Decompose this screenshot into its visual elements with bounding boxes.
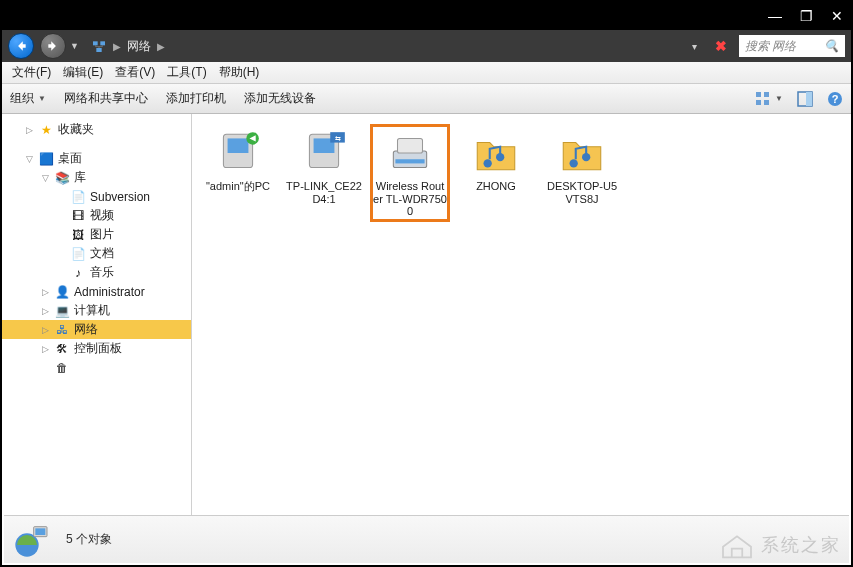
search-placeholder: 搜索 网络 <box>745 38 796 55</box>
device-icon <box>471 128 521 178</box>
expand-icon: ▷ <box>40 325 50 335</box>
svg-rect-2 <box>96 48 101 52</box>
folder-icon: 📄 <box>70 189 86 205</box>
preview-pane-button[interactable] <box>797 91 813 107</box>
sidebar-pictures[interactable]: 🖼 图片 <box>2 225 191 244</box>
organize-button[interactable]: 组织▼ <box>10 90 46 107</box>
minimize-button[interactable]: — <box>768 8 782 24</box>
svg-rect-0 <box>93 41 98 45</box>
control-panel-icon: 🛠 <box>54 341 70 357</box>
sidebar-music[interactable]: ♪ 音乐 <box>2 263 191 282</box>
chevron-down-icon: ▼ <box>775 94 783 103</box>
sidebar-administrator[interactable]: ▷ 👤 Administrator <box>2 282 191 301</box>
svg-rect-27 <box>35 528 45 535</box>
network-item[interactable]: DESKTOP-U5VTS8J <box>542 124 622 222</box>
expand-icon: ▷ <box>40 344 50 354</box>
sidebar-desktop[interactable]: ▽ 🟦 桌面 <box>2 149 191 168</box>
sidebar-network[interactable]: ▷ 🖧 网络 <box>2 320 191 339</box>
network-item[interactable]: ZHONG <box>456 124 536 222</box>
collapse-icon: ▽ <box>24 154 34 164</box>
svg-point-21 <box>484 159 492 167</box>
chevron-down-icon: ▼ <box>38 94 46 103</box>
svg-rect-5 <box>756 100 761 105</box>
menu-tools[interactable]: 工具(T) <box>163 62 210 83</box>
item-label: TP-LINK_CE22D4:1 <box>286 180 362 205</box>
network-item[interactable]: "admin"的PC <box>198 124 278 222</box>
title-bar: — ❐ ✕ <box>2 2 851 30</box>
sidebar-recycle-bin[interactable]: 🗑 <box>2 358 191 377</box>
network-item[interactable]: ⇆TP-LINK_CE22D4:1 <box>284 124 364 222</box>
nav-bar: ▼ ▶ 网络 ▶ ▾ ✖ 搜索 网络 🔍 <box>2 30 851 62</box>
menu-help[interactable]: 帮助(H) <box>215 62 264 83</box>
item-label: "admin"的PC <box>206 180 270 193</box>
add-wireless-button[interactable]: 添加无线设备 <box>244 90 316 107</box>
menu-bar: 文件(F) 编辑(E) 查看(V) 工具(T) 帮助(H) <box>2 62 851 84</box>
nav-history-dropdown[interactable]: ▼ <box>70 41 79 51</box>
search-icon: 🔍 <box>824 39 839 53</box>
svg-rect-6 <box>764 100 769 105</box>
sidebar-computer[interactable]: ▷ 💻 计算机 <box>2 301 191 320</box>
desktop-icon: 🟦 <box>38 151 54 167</box>
status-count: 5 个对象 <box>66 531 112 548</box>
user-icon: 👤 <box>54 284 70 300</box>
expand-icon: ▷ <box>24 125 34 135</box>
sidebar-videos[interactable]: 🎞 视频 <box>2 206 191 225</box>
svg-text:?: ? <box>832 93 839 105</box>
menu-view[interactable]: 查看(V) <box>111 62 159 83</box>
collapse-icon: ▽ <box>40 173 50 183</box>
svg-point-23 <box>570 159 578 167</box>
stop-refresh-button[interactable]: ✖ <box>715 38 727 54</box>
svg-rect-8 <box>806 92 812 106</box>
svg-rect-12 <box>228 138 249 153</box>
device-icon: ⇆ <box>299 128 349 178</box>
menu-edit[interactable]: 编辑(E) <box>59 62 107 83</box>
device-icon <box>385 128 435 178</box>
arrow-right-icon <box>46 39 60 53</box>
sidebar-subversion[interactable]: 📄 Subversion <box>2 187 191 206</box>
svg-rect-20 <box>395 159 424 163</box>
svg-rect-1 <box>100 41 105 45</box>
sidebar-favorites[interactable]: ▷ ★ 收藏夹 <box>2 120 191 139</box>
content-pane: "admin"的PC⇆TP-LINK_CE22D4:1Wireless Rout… <box>192 114 851 517</box>
svg-text:⇆: ⇆ <box>335 134 341 143</box>
svg-rect-4 <box>764 92 769 97</box>
device-icon <box>557 128 607 178</box>
sidebar-control-panel[interactable]: ▷ 🛠 控制面板 <box>2 339 191 358</box>
menu-file[interactable]: 文件(F) <box>8 62 55 83</box>
arrow-left-icon <box>14 39 28 53</box>
chevron-right-icon: ▶ <box>113 41 121 52</box>
network-icon: 🖧 <box>54 322 70 338</box>
breadcrumb-dropdown[interactable]: ▾ <box>692 41 697 52</box>
item-label: ZHONG <box>476 180 516 193</box>
device-icon <box>213 128 263 178</box>
document-icon: 📄 <box>70 246 86 262</box>
close-button[interactable]: ✕ <box>831 8 843 24</box>
svg-point-22 <box>496 153 504 161</box>
toolbar: 组织▼ 网络和共享中心 添加打印机 添加无线设备 ▼ ? <box>2 84 851 114</box>
library-icon: 📚 <box>54 170 70 186</box>
network-large-icon <box>12 520 52 560</box>
breadcrumb[interactable]: ▶ 网络 ▶ <box>91 38 686 55</box>
forward-button[interactable] <box>40 33 66 59</box>
add-printer-button[interactable]: 添加打印机 <box>166 90 226 107</box>
sidebar-libraries[interactable]: ▽ 📚 库 <box>2 168 191 187</box>
expand-icon: ▷ <box>40 287 50 297</box>
search-input[interactable]: 搜索 网络 🔍 <box>739 35 845 57</box>
recycle-bin-icon: 🗑 <box>54 360 70 376</box>
svg-rect-19 <box>398 138 423 153</box>
breadcrumb-location: 网络 <box>127 38 151 55</box>
svg-point-24 <box>582 153 590 161</box>
maximize-button[interactable]: ❐ <box>800 8 813 24</box>
item-label: DESKTOP-U5VTS8J <box>544 180 620 205</box>
view-options-button[interactable] <box>755 91 771 107</box>
item-label: Wireless Router TL-WDR7500 <box>373 180 447 218</box>
picture-icon: 🖼 <box>70 227 86 243</box>
sidebar-documents[interactable]: 📄 文档 <box>2 244 191 263</box>
sidebar: ▷ ★ 收藏夹 ▽ 🟦 桌面 ▽ 📚 库 📄 Subversion 🎞 视频 🖼… <box>2 114 192 517</box>
network-item[interactable]: Wireless Router TL-WDR7500 <box>370 124 450 222</box>
star-icon: ★ <box>38 122 54 138</box>
help-button[interactable]: ? <box>827 91 843 107</box>
status-bar: 5 个对象 <box>4 515 849 563</box>
back-button[interactable] <box>8 33 34 59</box>
network-sharing-center-button[interactable]: 网络和共享中心 <box>64 90 148 107</box>
